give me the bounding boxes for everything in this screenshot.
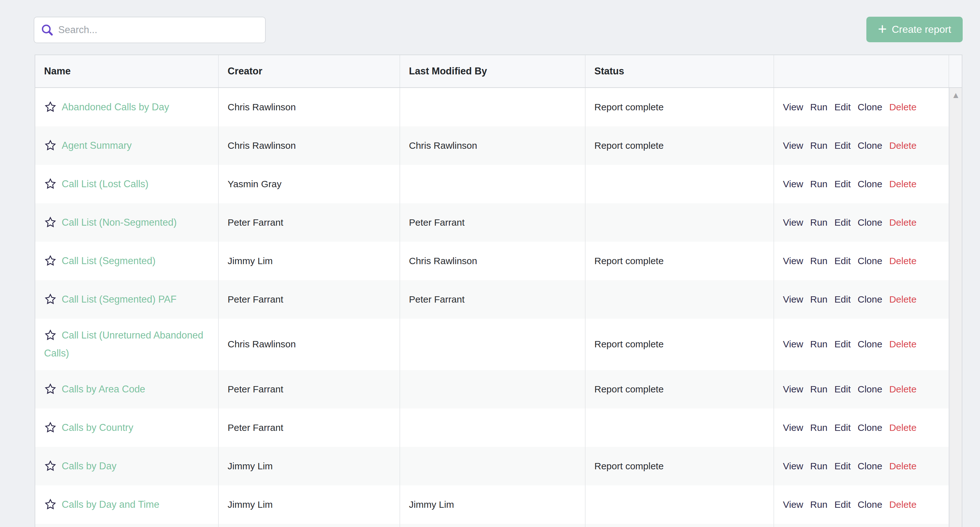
table-row: Call List (Segmented) PAF Peter Farrant … [35, 280, 949, 319]
action-view-link[interactable]: View [783, 384, 803, 394]
report-name-link[interactable]: Call List (Lost Calls) [62, 179, 149, 189]
table-row: Call List (Unreturned Abandoned Calls) C… [35, 319, 949, 370]
action-edit-link[interactable]: Edit [835, 140, 851, 151]
last-modified-by-cell: Jimmy Lim [400, 485, 585, 524]
action-edit-link[interactable]: Edit [835, 339, 851, 350]
report-name-link[interactable]: Calls by Area Code [62, 383, 145, 394]
action-clone-link[interactable]: Clone [858, 256, 882, 266]
action-clone-link[interactable]: Clone [858, 294, 882, 305]
favorite-star-icon[interactable] [44, 329, 57, 341]
action-clone-link[interactable]: Clone [858, 499, 882, 510]
action-run-link[interactable]: Run [810, 179, 827, 189]
action-view-link[interactable]: View [783, 461, 803, 471]
action-edit-link[interactable]: Edit [835, 499, 851, 510]
action-delete-link[interactable]: Delete [889, 256, 917, 266]
favorite-star-icon[interactable] [44, 139, 57, 151]
action-edit-link[interactable]: Edit [835, 102, 851, 113]
report-name-link[interactable]: Calls by Country [62, 422, 133, 433]
action-view-link[interactable]: View [783, 339, 803, 350]
action-clone-link[interactable]: Clone [858, 179, 882, 189]
action-clone-link[interactable]: Clone [858, 140, 882, 151]
action-view-link[interactable]: View [783, 294, 803, 305]
favorite-star-icon[interactable] [44, 460, 57, 472]
action-delete-link[interactable]: Delete [889, 217, 917, 228]
creator-cell: Jimmy Lim [219, 447, 400, 485]
favorite-star-icon[interactable] [44, 255, 57, 267]
name-cell: Calls by Day [35, 447, 219, 485]
action-run-link[interactable]: Run [810, 140, 827, 151]
action-run-link[interactable]: Run [810, 217, 827, 228]
actions-cell: View Run Edit Clone Delete [774, 485, 949, 524]
action-view-link[interactable]: View [783, 217, 803, 228]
create-report-button[interactable]: + Create report [866, 17, 963, 42]
action-view-link[interactable]: View [783, 140, 803, 151]
name-cell: Call List (Segmented) [35, 242, 219, 280]
action-view-link[interactable]: View [783, 499, 803, 510]
status-cell: Report complete [585, 242, 774, 280]
actions-cell: View Run Edit Clone Delete [774, 242, 949, 280]
favorite-star-icon[interactable] [44, 101, 57, 113]
favorite-star-icon[interactable] [44, 178, 57, 190]
report-name-link[interactable]: Agent Summary [62, 140, 132, 151]
action-delete-link[interactable]: Delete [889, 102, 917, 113]
favorite-star-icon[interactable] [44, 216, 57, 228]
report-name-link[interactable]: Call List (Segmented) PAF [62, 294, 177, 305]
action-edit-link[interactable]: Edit [835, 294, 851, 305]
action-view-link[interactable]: View [783, 422, 803, 433]
favorite-star-icon[interactable] [44, 293, 57, 305]
column-header-actions [774, 55, 949, 87]
table-row: Calls by Day Jimmy Lim Report complete V… [35, 447, 949, 485]
action-run-link[interactable]: Run [810, 102, 827, 113]
action-clone-link[interactable]: Clone [858, 339, 882, 350]
action-run-link[interactable]: Run [810, 294, 827, 305]
report-name-link[interactable]: Call List (Non-Segmented) [62, 217, 177, 228]
creator-cell: Chris Rawlinson [219, 126, 400, 165]
favorite-star-icon[interactable] [44, 422, 57, 433]
action-clone-link[interactable]: Clone [858, 217, 882, 228]
action-view-link[interactable]: View [783, 256, 803, 266]
vertical-scrollbar[interactable]: ▲ [949, 88, 962, 527]
action-clone-link[interactable]: Clone [858, 384, 882, 394]
action-clone-link[interactable]: Clone [858, 461, 882, 471]
action-delete-link[interactable]: Delete [889, 384, 917, 394]
action-clone-link[interactable]: Clone [858, 422, 882, 433]
action-run-link[interactable]: Run [810, 256, 827, 266]
creator-cell: Peter Farrant [219, 370, 400, 409]
action-clone-link[interactable]: Clone [858, 102, 882, 113]
report-name-link[interactable]: Call List (Unreturned Abandoned Calls) [44, 330, 204, 359]
report-name-link[interactable]: Abandoned Calls by Day [62, 102, 169, 113]
actions-cell: View Run Edit Clone Delete [774, 165, 949, 203]
status-cell: Report complete [585, 319, 774, 370]
action-view-link[interactable]: View [783, 179, 803, 189]
action-delete-link[interactable]: Delete [889, 339, 917, 350]
action-run-link[interactable]: Run [810, 384, 827, 394]
action-edit-link[interactable]: Edit [835, 461, 851, 471]
column-header-name: Name [35, 55, 219, 87]
action-edit-link[interactable]: Edit [835, 217, 851, 228]
action-run-link[interactable]: Run [810, 461, 827, 471]
table-row: Calls by Country Peter Farrant View Run … [35, 409, 949, 447]
search-input[interactable] [57, 24, 259, 36]
action-delete-link[interactable]: Delete [889, 179, 917, 189]
action-edit-link[interactable]: Edit [835, 384, 851, 394]
action-edit-link[interactable]: Edit [835, 256, 851, 266]
action-edit-link[interactable]: Edit [835, 179, 851, 189]
action-delete-link[interactable]: Delete [889, 461, 917, 471]
action-delete-link[interactable]: Delete [889, 499, 917, 510]
scroll-up-arrow-icon[interactable]: ▲ [952, 91, 960, 100]
action-delete-link[interactable]: Delete [889, 294, 917, 305]
favorite-star-icon[interactable] [44, 383, 57, 395]
action-run-link[interactable]: Run [810, 422, 827, 433]
report-name-link[interactable]: Calls by Day [62, 460, 116, 471]
action-delete-link[interactable]: Delete [889, 140, 917, 151]
report-name-link[interactable]: Calls by Day and Time [62, 499, 159, 510]
action-run-link[interactable]: Run [810, 339, 827, 350]
table-rows: Abandoned Calls by Day Chris Rawlinson R… [35, 88, 949, 527]
action-edit-link[interactable]: Edit [835, 422, 851, 433]
action-delete-link[interactable]: Delete [889, 422, 917, 433]
favorite-star-icon[interactable] [44, 498, 57, 510]
creator-cell: Jimmy Lim [219, 485, 400, 524]
action-view-link[interactable]: View [783, 102, 803, 113]
report-name-link[interactable]: Call List (Segmented) [62, 255, 156, 266]
action-run-link[interactable]: Run [810, 499, 827, 510]
